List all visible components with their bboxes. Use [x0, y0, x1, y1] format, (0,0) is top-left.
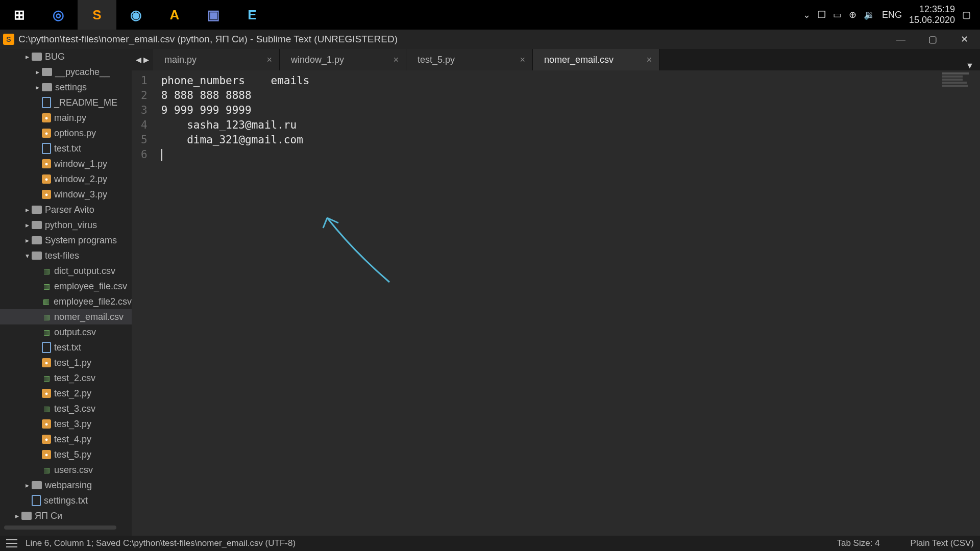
tab-close-icon[interactable]: ×: [266, 55, 272, 65]
folder-icon: [32, 221, 42, 229]
python-file-icon: ●: [42, 129, 51, 138]
folder-icon: [21, 512, 32, 520]
tree-item[interactable]: ●test_4.py: [0, 432, 132, 447]
chrome-icon[interactable]: ◎: [39, 0, 78, 30]
tree-item[interactable]: ▾test-files: [0, 248, 132, 263]
tab-close-icon[interactable]: ×: [520, 55, 525, 65]
status-left: Line 6, Column 1; Saved C:\python\test-f…: [26, 538, 296, 548]
tree-item[interactable]: ▸BUG: [0, 49, 132, 64]
tab-nav-arrows[interactable]: ◂ ▸: [132, 49, 153, 70]
status-tabsize[interactable]: Tab Size: 4: [837, 538, 879, 548]
folder-icon: [32, 236, 42, 244]
tree-item[interactable]: ●options.py: [0, 126, 132, 141]
python-file-icon: ●: [42, 113, 51, 122]
tree-item[interactable]: test.txt: [0, 340, 132, 355]
steam-icon[interactable]: ◉: [116, 0, 155, 30]
tree-item[interactable]: ▸System programs: [0, 233, 132, 248]
tree-item[interactable]: ●test_2.py: [0, 386, 132, 401]
tree-item[interactable]: ●test_1.py: [0, 355, 132, 370]
chevron-icon[interactable]: ▸: [33, 83, 42, 91]
status-bar: Line 6, Column 1; Saved C:\python\test-f…: [0, 536, 980, 551]
tree-item-label: users.csv: [54, 465, 93, 475]
tree-item[interactable]: ●window_2.py: [0, 171, 132, 187]
chevron-icon[interactable]: ▸: [22, 221, 32, 229]
tree-item[interactable]: ●test_3.py: [0, 416, 132, 432]
system-clock[interactable]: 12:35:19 15.06.2020: [909, 4, 955, 25]
tree-item-label: test-files: [45, 251, 79, 261]
tree-item[interactable]: ▥output.csv: [0, 324, 132, 340]
file-tree[interactable]: ▸BUG▸__pycache__▸settings_README_ME●main…: [0, 49, 132, 536]
tree-item[interactable]: ▥test_3.csv: [0, 401, 132, 416]
python-file-icon: ●: [42, 419, 51, 429]
tree-item[interactable]: ▥users.csv: [0, 462, 132, 478]
editor-tab[interactable]: test_5.py×: [406, 49, 533, 70]
tree-item[interactable]: ▸ЯП Си: [0, 508, 132, 523]
notification-icon[interactable]: ❐: [818, 9, 826, 20]
battery-icon[interactable]: ▭: [833, 9, 842, 20]
aimp-icon[interactable]: A: [155, 0, 194, 30]
tree-item[interactable]: ▸Parser Avito: [0, 202, 132, 217]
folder-icon: [32, 53, 42, 61]
start-icon[interactable]: ⊞: [0, 0, 39, 30]
tree-item[interactable]: _README_ME: [0, 95, 132, 110]
discord-icon[interactable]: ▣: [194, 0, 233, 30]
chevron-icon[interactable]: ▾: [22, 252, 32, 260]
tree-item[interactable]: ●window_1.py: [0, 156, 132, 171]
chevron-icon[interactable]: ▸: [33, 68, 42, 76]
minimize-button[interactable]: —: [885, 30, 917, 49]
tree-item[interactable]: ▥test_2.csv: [0, 370, 132, 386]
tree-item[interactable]: ▸__pycache__: [0, 64, 132, 80]
tree-item-label: nomer_email.csv: [54, 312, 124, 322]
chevron-icon[interactable]: ▸: [22, 53, 32, 61]
tree-item[interactable]: ▥nomer_email.csv: [0, 309, 132, 324]
tree-item[interactable]: ▥employee_file.csv: [0, 279, 132, 294]
tree-item[interactable]: test.txt: [0, 141, 132, 156]
tree-item[interactable]: ●window_3.py: [0, 187, 132, 202]
tree-item[interactable]: ▸webparsing: [0, 478, 132, 493]
tree-item-label: window_2.py: [54, 174, 107, 185]
tab-overflow-icon[interactable]: ▼: [960, 61, 980, 70]
sublime-icon[interactable]: S: [78, 0, 116, 30]
tab-label: window_1.py: [291, 55, 344, 65]
back-icon[interactable]: ◂: [136, 53, 141, 66]
chevron-icon[interactable]: ▸: [12, 512, 21, 520]
tree-item-label: dict_output.csv: [54, 266, 115, 277]
status-syntax[interactable]: Plain Text (CSV): [911, 538, 974, 548]
chevron-icon[interactable]: ▸: [22, 206, 32, 214]
tree-item-label: test.txt: [54, 143, 81, 154]
epic-icon[interactable]: E: [233, 0, 272, 30]
editor-tab[interactable]: window_1.py×: [280, 49, 406, 70]
tab-close-icon[interactable]: ×: [646, 55, 652, 65]
code-content[interactable]: phone_numbers emails8 888 888 88889 999 …: [154, 70, 310, 536]
tree-item[interactable]: ●test_5.py: [0, 447, 132, 462]
tree-item[interactable]: ▥employee_file2.csv: [0, 294, 132, 309]
code-editor[interactable]: 123456 phone_numbers emails8 888 888 888…: [132, 70, 980, 536]
tree-item[interactable]: ▸settings: [0, 80, 132, 95]
network-icon[interactable]: ⊕: [849, 9, 856, 20]
sound-icon[interactable]: 🔉: [864, 9, 875, 20]
close-button[interactable]: ✕: [948, 30, 980, 49]
menu-icon[interactable]: [6, 539, 17, 547]
tree-item[interactable]: ▥dict_output.csv: [0, 263, 132, 279]
tree-item-label: test.txt: [54, 342, 81, 353]
tree-item-label: settings.txt: [44, 495, 88, 506]
language-indicator[interactable]: ENG: [882, 10, 902, 20]
tab-close-icon[interactable]: ×: [393, 55, 399, 65]
chevron-icon[interactable]: ▸: [22, 481, 32, 489]
csv-file-icon: ▥: [42, 404, 51, 413]
tree-item[interactable]: ▸python_virus: [0, 217, 132, 233]
action-center-icon[interactable]: ▢: [962, 9, 971, 20]
forward-icon[interactable]: ▸: [143, 53, 149, 66]
tree-item[interactable]: ●main.py: [0, 110, 132, 126]
folder-icon: [42, 83, 52, 91]
minimap[interactable]: [942, 72, 973, 93]
sidebar-scrollbar[interactable]: [4, 525, 116, 530]
editor-tab[interactable]: nomer_email.csv×: [533, 49, 659, 70]
chevron-down-icon[interactable]: ⌄: [803, 9, 811, 20]
chevron-icon[interactable]: ▸: [22, 236, 32, 244]
tree-item[interactable]: settings.txt: [0, 493, 132, 508]
editor-tab[interactable]: main.py×: [153, 49, 280, 70]
tab-label: main.py: [164, 55, 197, 65]
tree-item-label: __pycache__: [55, 67, 110, 78]
maximize-button[interactable]: ▢: [917, 30, 948, 49]
